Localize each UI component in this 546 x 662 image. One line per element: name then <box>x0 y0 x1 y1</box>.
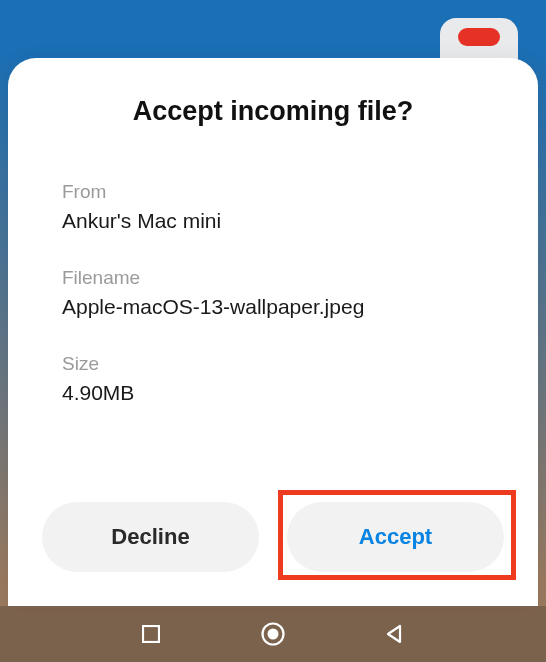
svg-point-2 <box>268 629 279 640</box>
decline-button[interactable]: Decline <box>42 502 259 572</box>
decline-button-label: Decline <box>111 524 189 550</box>
back-button[interactable] <box>382 621 408 647</box>
triangle-left-icon <box>385 624 405 644</box>
field-size: Size 4.90MB <box>62 353 484 405</box>
recent-apps-button[interactable] <box>138 621 164 647</box>
android-navbar <box>0 606 546 662</box>
dialog-content: From Ankur's Mac mini Filename Apple-mac… <box>8 181 538 502</box>
square-icon <box>142 625 160 643</box>
incoming-file-dialog: Accept incoming file? From Ankur's Mac m… <box>8 58 538 606</box>
accept-button[interactable]: Accept <box>287 502 504 572</box>
svg-rect-0 <box>143 626 159 642</box>
filename-value: Apple-macOS-13-wallpaper.jpeg <box>62 295 484 319</box>
size-label: Size <box>62 353 484 375</box>
field-filename: Filename Apple-macOS-13-wallpaper.jpeg <box>62 267 484 319</box>
from-label: From <box>62 181 484 203</box>
accept-button-label: Accept <box>359 524 432 550</box>
dialog-actions: Decline Accept <box>8 502 538 606</box>
youtube-icon <box>458 28 500 46</box>
filename-label: Filename <box>62 267 484 289</box>
from-value: Ankur's Mac mini <box>62 209 484 233</box>
dialog-title: Accept incoming file? <box>8 96 538 127</box>
circle-icon <box>260 621 286 647</box>
field-from: From Ankur's Mac mini <box>62 181 484 233</box>
size-value: 4.90MB <box>62 381 484 405</box>
home-button[interactable] <box>260 621 286 647</box>
